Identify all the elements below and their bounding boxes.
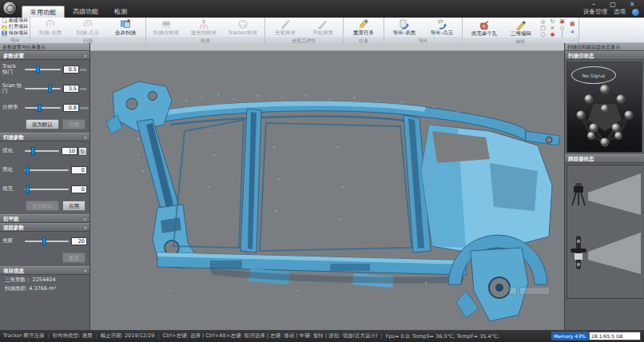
- polygon-select-icon[interactable]: ◇: [558, 25, 566, 31]
- sparkle-icon[interactable]: ∗: [570, 29, 575, 35]
- set-default-button[interactable]: 设为默认: [26, 201, 59, 211]
- trash-icon[interactable]: ▦: [570, 21, 575, 27]
- slider-thumb[interactable]: [36, 66, 40, 74]
- new-project-icon: [2, 18, 7, 23]
- export-surface-button[interactable]: 导出-表面: [386, 18, 423, 37]
- collapse-icon[interactable]: ▾: [84, 52, 86, 59]
- help-icon[interactable]: [632, 9, 639, 16]
- mini-toolbar-field[interactable]: [519, 287, 550, 295]
- section-project-info[interactable]: 项目信息 ▾: [0, 266, 89, 275]
- simplify-slider[interactable]: [25, 169, 69, 171]
- pen-calibration-button[interactable]: 光笔校准: [267, 18, 304, 37]
- tab-inspection[interactable]: 检测: [106, 6, 135, 18]
- slider-thumb[interactable]: [26, 166, 30, 174]
- scan-shutter-slider[interactable]: [25, 88, 61, 89]
- collapse-icon[interactable]: ▾: [84, 224, 86, 231]
- start-measure-button[interactable]: 开始测量: [304, 18, 341, 37]
- export-surface-icon: [399, 18, 410, 30]
- tracker-calibration-button[interactable]: Tracker校准: [223, 18, 263, 37]
- device-manager-menu[interactable]: 设备管理: [583, 8, 607, 16]
- spot-slider[interactable]: [25, 241, 69, 242]
- slider-thumb[interactable]: [26, 185, 30, 193]
- export-pointcloud-button[interactable]: 导出-点云: [423, 18, 460, 37]
- scan-surface-button[interactable]: 扫描-表面: [32, 18, 69, 37]
- auto-optimize-button[interactable]: ↻: [78, 147, 87, 156]
- slider-thumb[interactable]: [38, 104, 42, 112]
- save-project-button[interactable]: 保存项目: [2, 30, 28, 36]
- slider-thumb[interactable]: [31, 147, 35, 155]
- collapse-icon[interactable]: ▸: [84, 215, 86, 222]
- car-frame-scan: [90, 51, 564, 330]
- tab-advanced-functions[interactable]: 高级功能: [65, 6, 106, 18]
- spot-row: 光斑 20: [0, 232, 89, 251]
- view-select-icon[interactable]: ◎: [539, 18, 547, 25]
- fill-hole-button[interactable]: 填充单个孔: [464, 18, 504, 38]
- track-shutter-value[interactable]: 0.5: [63, 66, 79, 74]
- viewport-top-strip: [90, 43, 564, 51]
- slider-thumb[interactable]: [42, 237, 46, 245]
- tab-common-functions[interactable]: 常用功能: [22, 6, 65, 18]
- resolution-value[interactable]: 0.8: [63, 104, 79, 112]
- options-menu[interactable]: 选项: [614, 8, 626, 16]
- right-panel: 扫描仪和跟踪器状态显示 扫描仪状态 No Signal: [564, 43, 644, 330]
- resolution-slider[interactable]: [25, 107, 61, 109]
- open-project-button[interactable]: 打开项目: [2, 24, 28, 30]
- start-measure-icon: [317, 18, 328, 30]
- track-shutter-row: Track 快门 0.5 ms: [0, 60, 89, 79]
- viewport-canvas[interactable]: [90, 51, 564, 330]
- track-shutter-slider[interactable]: [25, 69, 61, 70]
- ribbon: 新建项目 打开项目 保存项目 项目 扫描-表面 扫描-点云: [0, 18, 644, 43]
- left-panel-title[interactable]: 参数设置与任务显示: [0, 43, 89, 51]
- scanner-status-image: No Signal: [566, 62, 642, 153]
- simplify-row: 简化 0: [0, 161, 89, 180]
- section-track-params[interactable]: 追踪参数 ▾: [0, 223, 89, 232]
- edit-3d-button[interactable]: 三维编辑: [505, 18, 537, 38]
- status-bar: Tracker 断开连接 | 软件狗类型: 通用 | 截止日期: 2019/12…: [0, 330, 644, 342]
- reset-task-button[interactable]: 重置任务: [345, 18, 382, 37]
- open-project-icon: [2, 24, 7, 30]
- memory-usage-bar: Memory 43% 28.1/65.5 GB: [551, 332, 641, 340]
- rect-select-icon[interactable]: ▢: [539, 25, 547, 31]
- merge-scan-button[interactable]: 合并扫描: [107, 18, 144, 37]
- optimize-slider[interactable]: [25, 150, 59, 152]
- edit-tool-grid: ◎ ↻ ▣ ▢ × ◇ ○ ◉ ┆: [538, 18, 567, 38]
- memory-value: 28.1/65.5 GB: [590, 332, 622, 340]
- app-logo-icon[interactable]: [2, 1, 17, 15]
- line-select-icon[interactable]: ┆: [558, 31, 566, 38]
- set-default-button[interactable]: 设为默认: [26, 119, 59, 129]
- ribbon-group-edit: 填充单个孔 三维编辑 ◎ ↻ ▣ ▢ × ◇ ○ ◉ ┆ ▦ ∗ 编辑: [463, 18, 579, 42]
- fill-value[interactable]: 0: [71, 185, 87, 193]
- mini-toolbar-button[interactable]: [509, 287, 517, 295]
- right-panel-title[interactable]: 扫描仪和跟踪器状态显示: [565, 43, 644, 51]
- scan-pointcloud-button[interactable]: 扫描-点云: [70, 18, 106, 37]
- flag-selection-icon[interactable]: ▣: [558, 18, 566, 25]
- refresh-selection-icon[interactable]: ↻: [548, 18, 557, 25]
- spot-value[interactable]: 20: [71, 237, 87, 245]
- scanner-calibration-button[interactable]: 扫描仪校准: [148, 18, 185, 37]
- collapse-icon[interactable]: ▾: [84, 133, 86, 141]
- apply-button[interactable]: 应用: [62, 119, 85, 129]
- new-project-button[interactable]: 新建项目: [2, 18, 28, 23]
- laser-calibration-button[interactable]: 激光线校准: [185, 18, 222, 37]
- point-select-icon[interactable]: ◉: [548, 31, 557, 38]
- section-clip-plane[interactable]: 切平面 ▸: [0, 214, 89, 223]
- export-pointcloud-icon: [436, 18, 447, 30]
- simplify-value[interactable]: 0: [71, 166, 87, 174]
- scan-shutter-value[interactable]: 3.5: [63, 85, 79, 93]
- reset-button[interactable]: 重置: [62, 253, 85, 263]
- slider-thumb[interactable]: [48, 85, 52, 93]
- section-scanner-status[interactable]: 扫描仪状态: [565, 51, 644, 60]
- apply-button[interactable]: 应用: [62, 201, 85, 211]
- section-param-settings[interactable]: 参数设置 ▾: [0, 51, 89, 60]
- circle-select-icon[interactable]: ○: [539, 31, 547, 38]
- section-scan-params[interactable]: 扫描参数 ▾: [0, 133, 89, 141]
- tracker-connection-status: Tracker 断开连接: [3, 332, 45, 340]
- delete-selection-icon[interactable]: ×: [548, 25, 557, 31]
- dongle-type: 软件狗类型: 通用: [53, 332, 93, 340]
- viewport-mini-toolbar[interactable]: [509, 287, 550, 295]
- collapse-icon[interactable]: ▾: [84, 267, 86, 274]
- section-tracker-status[interactable]: 跟踪器状态: [565, 154, 644, 163]
- fill-slider[interactable]: [25, 189, 69, 190]
- optimize-value[interactable]: 10: [62, 147, 78, 155]
- ribbon-tabs: 常用功能 高级功能 检测: [22, 6, 135, 18]
